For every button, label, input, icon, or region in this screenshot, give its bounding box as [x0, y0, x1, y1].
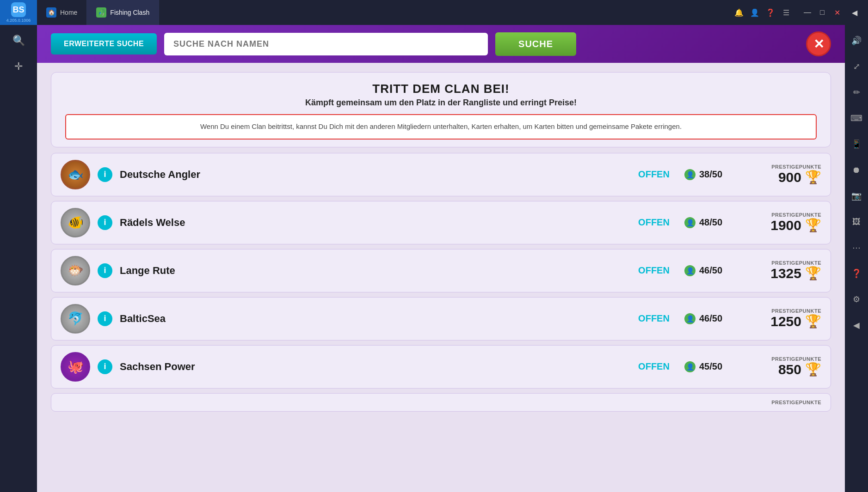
clan-status: OFFEN	[631, 169, 677, 180]
member-icon: 👤	[684, 169, 696, 180]
member-icon: 👤	[684, 217, 696, 228]
fishing-tab-label: Fishing Clash	[110, 9, 149, 16]
prestige-value: 1250	[770, 314, 801, 329]
clan-row[interactable]: 🐟 i Deutsche Angler OFFEN 👤 38/50 PRESTI…	[51, 153, 831, 196]
clan-prestige: PRESTIGEPUNKTE 900 🏆	[747, 164, 821, 185]
bluestacks-logo: BS 4.205.0.1006	[0, 0, 37, 25]
clan-status: OFFEN	[631, 265, 677, 276]
header-title: TRITT DEM CLAN BEI!	[65, 82, 817, 96]
fishing-tab-icon: 🎣	[96, 7, 106, 18]
clan-row[interactable]: 🐬 i BalticSea OFFEN 👤 46/50 PRESTIGEPUNK…	[51, 297, 831, 340]
clan-info-icon[interactable]: i	[98, 263, 112, 278]
prestige-label: PRESTIGEPUNKTE	[747, 212, 821, 218]
prestige-value-row: 1250 🏆	[747, 314, 821, 329]
window-controls: — □ ✕	[801, 6, 843, 19]
maximize-button[interactable]: □	[816, 6, 829, 19]
clan-info-icon[interactable]: i	[98, 215, 112, 230]
more-icon[interactable]: ⋯	[845, 237, 868, 259]
clan-status: OFFEN	[631, 217, 677, 228]
prestige-value: 900	[778, 170, 801, 185]
clan-members: 👤 46/50	[684, 313, 740, 324]
clan-name: Deutsche Angler	[120, 169, 623, 181]
minimize-button[interactable]: —	[801, 6, 814, 19]
search-button[interactable]: SUCHE	[495, 32, 576, 56]
clan-avatar: 🐟	[61, 160, 90, 189]
close-red-button[interactable]: ✕	[806, 31, 831, 56]
trophy-icon: 🏆	[805, 170, 821, 185]
clan-list: 🐟 i Deutsche Angler OFFEN 👤 38/50 PRESTI…	[51, 153, 831, 412]
member-count: 45/50	[699, 361, 722, 372]
prestige-value: 850	[778, 362, 801, 377]
sidebar-crosshair-icon[interactable]: ✛	[7, 55, 30, 78]
clan-row[interactable]: 🐡 i Lange Rute OFFEN 👤 46/50 PRESTIGEPUN…	[51, 249, 831, 292]
clan-name: BalticSea	[120, 313, 623, 325]
member-icon: 👤	[684, 313, 696, 324]
camera-icon[interactable]: 📷	[845, 185, 868, 207]
clan-row[interactable]: 🐙 i Sachsen Power OFFEN 👤 45/50 PRESTIGE…	[51, 345, 831, 389]
clan-info-icon[interactable]: i	[98, 359, 112, 374]
clan-avatar: 🐠	[61, 208, 90, 237]
trophy-icon: 🏆	[805, 314, 821, 329]
clan-members: 👤 45/50	[684, 361, 740, 372]
clan-members: 👤 38/50	[684, 169, 740, 180]
left-sidebar: 🔍 ✛	[0, 25, 37, 492]
edit-icon[interactable]: ✏	[845, 81, 868, 103]
clan-members: 👤 48/50	[684, 217, 740, 228]
member-count: 48/50	[699, 217, 722, 228]
menu-icon[interactable]: ☰	[781, 7, 792, 18]
prestige-label: PRESTIGEPUNKTE	[747, 308, 821, 314]
clan-prestige: PRESTIGEPUNKTE 1250 🏆	[747, 308, 821, 329]
keyboard-icon[interactable]: ⌨	[845, 107, 868, 129]
title-bar-controls: 🔔 👤 ❓ ☰ — □ ✕ ◀	[726, 6, 868, 19]
bell-icon[interactable]: 🔔	[733, 7, 745, 18]
right-sidebar: 🔊 ⤢ ✏ ⌨ 📱 ⏺ 📷 🖼 ⋯ ❓ ⚙ ◀	[845, 25, 868, 492]
prestige-value-row: 1325 🏆	[747, 266, 821, 281]
clan-status: OFFEN	[631, 313, 677, 324]
member-icon: 👤	[684, 265, 696, 276]
clan-avatar: 🐡	[61, 256, 90, 285]
clan-avatar: 🐙	[61, 352, 90, 382]
home-tab-label: Home	[60, 9, 77, 16]
prestige-value: 1325	[770, 266, 801, 281]
search-input[interactable]	[164, 33, 488, 55]
clan-info-icon[interactable]: i	[98, 311, 112, 326]
clan-prestige: PRESTIGEPUNKTE 1900 🏆	[747, 212, 821, 233]
sidebar-search-icon[interactable]: 🔍	[7, 30, 30, 52]
clan-members: 👤 46/50	[684, 265, 740, 276]
help-icon[interactable]: ❓	[765, 7, 776, 18]
info-text: Wenn Du einem Clan beitrittst, kannst Du…	[200, 122, 682, 130]
title-bar: BS 4.205.0.1006 🏠 Home 🎣 Fishing Clash 🔔…	[0, 0, 868, 25]
prestige-label: PRESTIGEPUNKTE	[747, 356, 821, 362]
mobile-icon[interactable]: 📱	[845, 133, 868, 155]
search-input-wrapper	[164, 33, 488, 55]
prestige-label: PRESTIGEPUNKTE	[747, 164, 821, 170]
prestige-value-row: 850 🏆	[747, 362, 821, 377]
account-icon[interactable]: 👤	[749, 7, 760, 18]
back-arrow-button[interactable]: ◀	[848, 6, 861, 19]
member-icon: 👤	[684, 361, 696, 372]
clan-info-icon[interactable]: i	[98, 167, 112, 182]
trophy-icon: 🏆	[805, 266, 821, 281]
clan-name: Sachsen Power	[120, 361, 623, 373]
back-icon[interactable]: ◀	[845, 314, 868, 336]
tab-home[interactable]: 🏠 Home	[37, 0, 87, 25]
clan-row[interactable]: 🐠 i Rädels Welse OFFEN 👤 48/50 PRESTIGEP…	[51, 201, 831, 244]
search-bar: ERWEITERTE SUCHE SUCHE ✕	[37, 25, 845, 63]
content-area: ERWEITERTE SUCHE SUCHE ✕ TRITT DEM CLAN …	[37, 25, 845, 492]
member-count: 38/50	[699, 169, 722, 180]
settings-icon[interactable]: ⚙	[845, 288, 868, 310]
close-button[interactable]: ✕	[831, 6, 843, 19]
clan-prestige: PRESTIGEPUNKTE 850 🏆	[747, 356, 821, 377]
advanced-search-button[interactable]: ERWEITERTE SUCHE	[51, 33, 157, 55]
header-subtitle: Kämpft gemeinsam um den Platz in der Ran…	[65, 98, 817, 108]
tab-bar: 🏠 Home 🎣 Fishing Clash	[37, 0, 726, 25]
bs-version: 4.205.0.1006	[6, 18, 31, 23]
clan-name: Lange Rute	[120, 265, 623, 277]
tab-fishing-clash[interactable]: 🎣 Fishing Clash	[87, 0, 159, 25]
question-icon[interactable]: ❓	[845, 262, 868, 285]
home-tab-icon: 🏠	[46, 7, 56, 18]
record-icon[interactable]: ⏺	[845, 159, 868, 181]
resize-icon[interactable]: ⤢	[845, 55, 868, 78]
gallery-icon[interactable]: 🖼	[845, 211, 868, 233]
volume-icon[interactable]: 🔊	[845, 30, 868, 52]
